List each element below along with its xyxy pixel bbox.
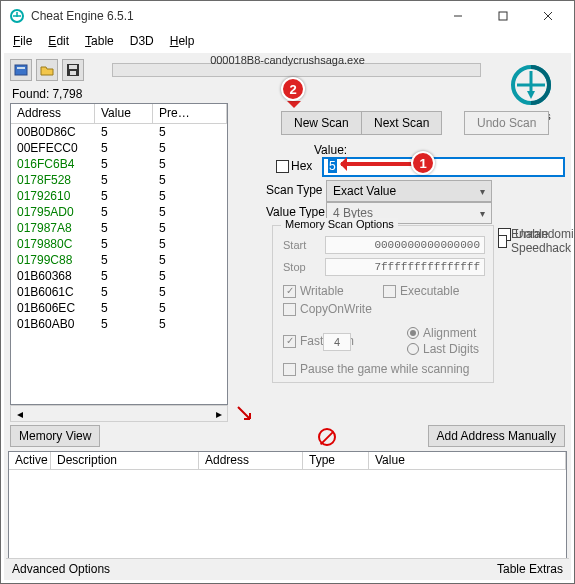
start-input <box>325 236 485 254</box>
table-row[interactable]: 00B0D86C55 <box>11 124 227 140</box>
chevron-down-icon: ▾ <box>480 186 485 197</box>
add-to-cheatlist-icon[interactable] <box>234 403 254 423</box>
callout-2-arrow <box>287 101 301 115</box>
app-icon <box>9 8 25 24</box>
scroll-right-icon[interactable]: ▸ <box>210 406 227 421</box>
table-row[interactable]: 01799C8855 <box>11 252 227 268</box>
cheat-table[interactable]: Active Description Address Type Value <box>8 451 567 559</box>
titlebar: Cheat Engine 6.5.1 <box>1 1 574 31</box>
svg-rect-6 <box>17 67 25 69</box>
svg-rect-5 <box>15 65 27 75</box>
menu-file[interactable]: File <box>7 32 38 50</box>
results-header[interactable]: Address Value Pre… <box>11 104 227 124</box>
col-description[interactable]: Description <box>51 452 199 469</box>
scroll-left-icon[interactable]: ◂ <box>11 406 28 421</box>
memopt-legend: Memory Scan Options <box>281 218 398 230</box>
col-previous[interactable]: Pre… <box>153 104 227 123</box>
svg-rect-2 <box>499 12 507 20</box>
writable-checkbox <box>283 285 296 298</box>
memory-view-button[interactable]: Memory View <box>10 425 100 447</box>
col-value[interactable]: Value <box>95 104 153 123</box>
lastdigits-radio <box>407 343 419 355</box>
table-row[interactable]: 01B6061C55 <box>11 284 227 300</box>
stop-icon[interactable] <box>318 428 336 446</box>
menu-table[interactable]: Table <box>79 32 120 50</box>
executable-label: Executable <box>400 284 459 298</box>
copyonwrite-label: CopyOnWrite <box>300 302 372 316</box>
col-address2[interactable]: Address <box>199 452 303 469</box>
table-row[interactable]: 0179261055 <box>11 188 227 204</box>
minimize-button[interactable] <box>435 2 480 30</box>
table-row[interactable]: 017987A855 <box>11 220 227 236</box>
callout-2: 2 <box>281 77 305 101</box>
cheatengine-logo-icon <box>507 61 555 109</box>
memory-scan-options: Memory Scan Options Start Stop Writable … <box>272 225 494 383</box>
speedhack-label: Enable Speedhack <box>511 227 575 255</box>
table-row[interactable]: 01B60AB055 <box>11 316 227 332</box>
col-type[interactable]: Type <box>303 452 369 469</box>
advanced-options-button[interactable]: Advanced Options <box>12 562 110 576</box>
table-row[interactable]: 0178F52855 <box>11 172 227 188</box>
scan-type-label: Scan Type <box>266 183 322 197</box>
callout-1-arrow <box>341 162 413 166</box>
col-active[interactable]: Active <box>9 452 51 469</box>
hex-label: Hex <box>291 159 312 173</box>
window-title: Cheat Engine 6.5.1 <box>31 9 435 23</box>
writable-label: Writable <box>300 284 344 298</box>
table-row[interactable]: 01B606EC55 <box>11 300 227 316</box>
scan-type-combo[interactable]: Exact Value▾ <box>326 180 492 202</box>
stop-input <box>325 258 485 276</box>
menu-d3d[interactable]: D3D <box>124 32 160 50</box>
menubar: File Edit Table D3D Help <box>1 31 574 51</box>
found-count: Found: 7,798 <box>12 87 82 101</box>
table-row[interactable]: 016FC6B455 <box>11 156 227 172</box>
lastdigits-label: Last Digits <box>423 342 479 356</box>
close-button[interactable] <box>525 2 570 30</box>
menu-help[interactable]: Help <box>164 32 201 50</box>
menu-edit[interactable]: Edit <box>42 32 75 50</box>
stop-label: Stop <box>283 261 319 273</box>
speedhack-checkbox[interactable] <box>498 235 507 248</box>
add-address-manually-button[interactable]: Add Address Manually <box>428 425 565 447</box>
table-row[interactable]: 0179880C55 <box>11 236 227 252</box>
pause-label: Pause the game while scanning <box>300 362 469 376</box>
results-hscroll[interactable]: ◂ ▸ <box>10 405 228 422</box>
fastscan-checkbox <box>283 335 296 348</box>
col-value2[interactable]: Value <box>369 452 566 469</box>
start-label: Start <box>283 239 319 251</box>
value-type-label: Value Type <box>266 205 325 219</box>
pause-checkbox <box>283 363 296 376</box>
hex-checkbox[interactable] <box>276 160 289 173</box>
alignment-label: Alignment <box>423 326 476 340</box>
callout-1: 1 <box>411 151 435 175</box>
undo-scan-button[interactable]: Undo Scan <box>464 111 549 135</box>
process-name: 000018B8-candycrushsaga.exe <box>4 54 571 66</box>
table-row[interactable]: 00EFECC055 <box>11 140 227 156</box>
executable-checkbox <box>383 285 396 298</box>
status-bar: Advanced Options Table Extras <box>6 558 569 578</box>
next-scan-button[interactable]: Next Scan <box>361 111 442 135</box>
chevron-down-icon: ▾ <box>480 208 485 219</box>
table-row[interactable]: 01B6036855 <box>11 268 227 284</box>
svg-rect-9 <box>70 71 76 75</box>
copyonwrite-checkbox <box>283 303 296 316</box>
client-area: 000018B8-candycrushsaga.exe Settings Fou… <box>4 53 571 580</box>
value-input[interactable]: 5 <box>322 157 565 177</box>
table-row[interactable]: 01795AD055 <box>11 204 227 220</box>
alignment-radio <box>407 327 419 339</box>
col-address[interactable]: Address <box>11 104 95 123</box>
value-label: Value: <box>314 143 347 157</box>
table-extras-button[interactable]: Table Extras <box>497 562 563 576</box>
maximize-button[interactable] <box>480 2 525 30</box>
fastscan-value <box>323 333 351 351</box>
results-grid[interactable]: Address Value Pre… 00B0D86C5500EFECC0550… <box>10 103 228 405</box>
